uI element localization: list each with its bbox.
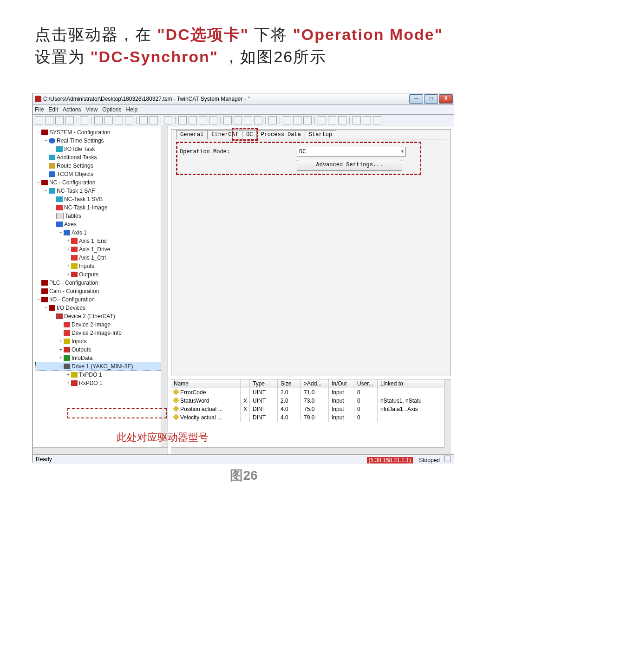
open-icon[interactable]: [45, 116, 53, 124]
tree-node[interactable]: Axis 1_Ctrl: [36, 254, 167, 262]
help3-icon[interactable]: [373, 116, 381, 124]
navigation-tree[interactable]: −SYSTEM - Configuration−Real-Time Settin…: [33, 126, 168, 454]
tree-node[interactable]: −NC - Configuration: [36, 178, 167, 187]
map-icon[interactable]: [283, 116, 291, 124]
tree-node[interactable]: +Axis 1_Enc: [36, 237, 167, 245]
zoom-icon[interactable]: [293, 116, 301, 124]
tree-node[interactable]: +RxPDO 1: [36, 379, 167, 387]
tab-ethercat[interactable]: EtherCAT: [207, 130, 242, 139]
tree-node[interactable]: +Outputs: [36, 346, 167, 354]
tree-node[interactable]: Additional Tasks: [36, 153, 167, 162]
activate-icon[interactable]: [199, 116, 207, 124]
col-user[interactable]: User...: [354, 379, 378, 388]
menu-edit[interactable]: Edit: [48, 106, 58, 113]
tab-general[interactable]: General: [176, 130, 208, 139]
tools-icon[interactable]: [244, 116, 252, 124]
tree-icon: [71, 255, 78, 261]
tree-node[interactable]: +InfoData: [36, 354, 167, 362]
maximize-button[interactable]: ◻: [424, 94, 438, 104]
menu-options[interactable]: Options: [102, 106, 121, 113]
tree-scrollbar[interactable]: [161, 126, 168, 448]
tree-node[interactable]: NC-Task 1-Image: [36, 203, 167, 212]
tree-node[interactable]: +Outputs: [36, 270, 167, 279]
tree-icon: [64, 339, 70, 344]
tree-node[interactable]: NC-Task 1 SVB: [36, 195, 167, 203]
tree-node[interactable]: −SYSTEM - Configuration: [36, 128, 167, 137]
list-row[interactable]: StatusWordXUINT2.073.0Input0nStatus1, nS…: [171, 397, 451, 405]
advanced-settings-button[interactable]: Advanced Settings...: [297, 160, 402, 171]
tree-node[interactable]: +Inputs: [36, 337, 167, 346]
check-icon[interactable]: [189, 116, 197, 124]
tree-node[interactable]: Route Settings: [36, 162, 167, 170]
tree-h-scrollbar[interactable]: [33, 447, 168, 454]
paste-icon[interactable]: [115, 116, 123, 124]
tree-node[interactable]: PLC - Configuration: [36, 279, 167, 287]
menu-help[interactable]: Help: [126, 106, 138, 113]
tree-node[interactable]: +Inputs: [36, 262, 167, 270]
col-size[interactable]: Size: [278, 379, 301, 388]
cut-icon[interactable]: [94, 116, 103, 124]
glasses-icon[interactable]: [318, 116, 326, 124]
tab-startup[interactable]: Startup: [305, 130, 336, 139]
list-row[interactable]: Position actual ...XDINT4.075.0Input0nIn…: [171, 405, 451, 413]
menu-file[interactable]: File: [35, 106, 44, 113]
menu-view[interactable]: View: [85, 106, 98, 113]
tab-dc[interactable]: DC: [242, 130, 257, 139]
save-all-icon[interactable]: [65, 116, 74, 124]
tree-icon: [56, 213, 64, 219]
tree-node[interactable]: Cam - Configuration: [36, 287, 167, 295]
list-h-scrollbar[interactable]: [171, 447, 444, 454]
view1-icon[interactable]: [303, 116, 312, 124]
tree-node[interactable]: −Drive 1 (YAKO_MINI-3E): [36, 362, 167, 371]
copy-icon[interactable]: [104, 116, 113, 124]
nav1-icon[interactable]: [328, 116, 336, 124]
tree-node[interactable]: Tables: [36, 212, 167, 220]
col-link[interactable]: Linked to: [378, 379, 451, 388]
tree-node[interactable]: −Device 2 (EtherCAT): [36, 312, 167, 320]
tree-node[interactable]: Device 2-Image: [36, 320, 167, 329]
tab-process-data[interactable]: Process Data: [256, 130, 305, 139]
restart-icon[interactable]: [209, 116, 217, 124]
link-icon[interactable]: [268, 116, 277, 124]
delete-icon[interactable]: [125, 116, 133, 124]
list-row[interactable]: ErrorCodeUINT2.071.0Input0: [171, 388, 451, 397]
col-add[interactable]: >Add...: [301, 379, 329, 388]
target-icon[interactable]: [254, 116, 262, 124]
operation-mode-value: DC: [299, 149, 306, 155]
tree-node[interactable]: −I/O Devices: [36, 304, 167, 312]
list-row[interactable]: Velocity actual ...DINT4.079.0Input0: [171, 413, 451, 422]
list-scrollbar[interactable]: [444, 379, 451, 454]
config-icon[interactable]: [178, 116, 187, 124]
help1-icon[interactable]: [353, 116, 361, 124]
tree-node[interactable]: Device 2-Image-Info: [36, 329, 167, 337]
col-x[interactable]: [241, 379, 250, 388]
monitor-icon[interactable]: [164, 116, 172, 124]
col-io[interactable]: In/Out: [329, 379, 354, 388]
find-icon[interactable]: [139, 116, 148, 124]
tree-node[interactable]: −NC-Task 1 SAF: [36, 187, 167, 195]
tree-label: SYSTEM - Configuration: [49, 128, 110, 137]
tree-node[interactable]: −I/O - Configuration: [36, 295, 167, 304]
tree-node[interactable]: +TxPDO 1: [36, 371, 167, 379]
minimize-button[interactable]: —: [409, 94, 423, 104]
print-icon[interactable]: [80, 116, 88, 124]
save-icon[interactable]: [55, 116, 64, 124]
reload-icon[interactable]: [234, 116, 242, 124]
tree-node[interactable]: I/O Idle Task: [36, 145, 167, 153]
tree-node[interactable]: −Axis 1: [36, 228, 167, 237]
tree-node[interactable]: −Axes: [36, 220, 167, 228]
tree-icon: [64, 364, 70, 369]
tree-node[interactable]: +Axis 1_Drive: [36, 245, 167, 254]
nav2-icon[interactable]: [338, 116, 346, 124]
tree-node[interactable]: −Real-Time Settings: [36, 137, 167, 145]
new-icon[interactable]: [35, 116, 43, 124]
tree-node[interactable]: TCOM Objects: [36, 170, 167, 178]
close-button[interactable]: X: [439, 94, 453, 104]
menu-actions[interactable]: Actions: [63, 106, 81, 113]
help2-icon[interactable]: [363, 116, 371, 124]
find-next-icon[interactable]: [150, 116, 158, 124]
col-type[interactable]: Type: [250, 379, 278, 388]
scan-icon[interactable]: [223, 116, 232, 124]
operation-mode-dropdown[interactable]: DC ▼: [297, 147, 406, 157]
col-name[interactable]: Name: [171, 379, 241, 388]
